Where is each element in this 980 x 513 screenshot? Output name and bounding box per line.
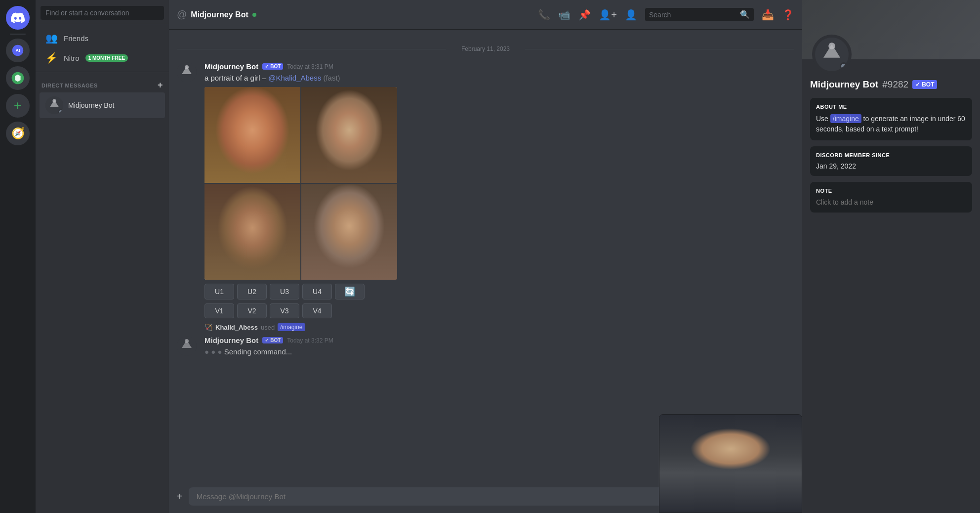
midjourney-bot-avatar [45,96,63,114]
note-input[interactable] [816,198,966,206]
video-content [659,415,802,513]
icon-bar: AI + 🧭 [0,0,36,513]
message-header-2: Midjourney Bot ✓ BOT Today at 3:32 PM [204,336,794,344]
messages-area: February 11, 2023 Midjourney Bot ✓ BOT [169,30,802,479]
note-section: NOTE [810,182,972,213]
date-divider-text: February 11, 2023 [461,45,510,52]
dm-add-button[interactable]: + [158,80,163,90]
message-author-2: Midjourney Bot [204,336,258,344]
search-box[interactable]: Search 🔍 [645,8,754,21]
friends-nav-item[interactable]: 👥 Friends [40,28,165,48]
v2-button[interactable]: V2 [237,303,267,318]
add-server-button[interactable]: + [6,94,30,118]
sidebar: Find or start a conversation 👥 Friends ⚡… [36,0,169,513]
khalid-action: used [261,324,275,331]
profile-bot-badge: ✓ BOT [912,80,937,89]
nitro-nav-item[interactable]: ⚡ Nitro 1 MONTH FREE [40,48,165,68]
dm-status-indicator [58,109,63,114]
message-avatar-1 [177,62,197,82]
u1-button[interactable]: U1 [204,284,234,299]
nitro-icon: ⚡ [45,52,58,64]
inbox-icon[interactable]: 📥 [762,9,774,21]
video-icon[interactable]: 📹 [558,9,571,21]
dm-header-label: DIRECT MESSAGES [41,83,98,88]
portrait-image-1[interactable] [204,87,300,183]
sidebar-nav: 👥 Friends ⚡ Nitro 1 MONTH FREE [36,24,169,72]
u3-button[interactable]: U3 [270,284,299,299]
message-time-1: Today at 3:31 PM [287,63,333,70]
server-icon-ai[interactable]: AI [6,39,30,62]
profile-avatar-large [812,35,852,74]
u2-button[interactable]: U2 [237,284,267,299]
refresh-button[interactable]: 🔄 [335,284,365,299]
discord-logo-button[interactable] [6,6,30,30]
message-mention: @Khalid_Abess [268,74,321,82]
person-silhouette [659,415,802,513]
svg-point-6 [185,65,189,69]
message-group-2: Midjourney Bot ✓ BOT Today at 3:32 PM ● … [177,334,794,361]
message-input-field[interactable] [189,487,739,506]
find-conversation-input[interactable]: Find or start a conversation [41,6,164,20]
portrait-image-3[interactable] [204,184,300,280]
imagine-link: /imagine [830,114,861,123]
about-me-title: ABOUT ME [816,104,966,110]
profile-info: Midjourney Bot #9282 ✓ BOT ABOUT ME Use … [802,59,980,226]
pin-icon[interactable]: 📌 [578,9,591,21]
dm-item-midjourney[interactable]: Midjourney Bot [40,92,165,118]
explore-button[interactable]: 🧭 [6,122,30,145]
message-text-1: a portrait of a girl – @Khalid_Abess (fa… [204,73,794,83]
member-since-date: Jan 29, 2022 [816,162,966,170]
v4-button[interactable]: V4 [302,303,332,318]
dm-header: DIRECT MESSAGES + [36,72,169,92]
bot-badge-1: ✓ BOT [262,63,283,70]
channel-icon: @ [177,9,187,20]
message-author-1: Midjourney Bot [204,62,258,71]
bot-badge-2: ✓ BOT [262,337,283,343]
portrait-face-2 [301,87,397,183]
note-title: NOTE [816,188,966,194]
svg-point-4 [52,99,56,102]
portrait-image-2[interactable] [301,87,397,183]
server-icon-nitro[interactable] [6,66,30,90]
friends-icon: 👥 [45,32,58,44]
bot-checkmark-2: ✓ [265,338,269,343]
bot-checkmark: ✓ [265,64,269,69]
sending-dots: ● ● ● [204,347,222,356]
date-divider: February 11, 2023 [177,45,794,52]
top-bar-actions: 📞 📹 📌 👤+ 👤 Search 🔍 📥 ❓ [538,8,794,21]
help-icon[interactable]: ❓ [782,9,794,21]
add-friend-icon[interactable]: 👤+ [599,9,617,21]
member-since-title: DISCORD MEMBER SINCE [816,152,966,158]
member-since-section: DISCORD MEMBER SINCE Jan 29, 2022 [810,146,972,176]
message-time-2: Today at 3:32 PM [287,337,333,344]
khalid-icon: 🏹 [204,324,212,331]
profile-icon[interactable]: 👤 [625,9,637,21]
khalid-name: Khalid_Abess [215,324,258,331]
action-buttons-row2: V1 V2 V3 V4 [204,303,794,318]
find-conversation-placeholder: Find or start a conversation [45,9,159,17]
image-grid [204,87,397,280]
sending-text: Sending command... [224,347,292,356]
profile-name: Midjourney Bot [810,79,878,90]
portrait-image-4[interactable] [301,184,397,280]
attachment-icon[interactable]: + [177,491,183,502]
profile-tag: #9282 [882,79,908,90]
nitro-badge: 1 MONTH FREE [85,54,128,62]
message-avatar-2 [177,336,197,356]
profile-bot-label: BOT [922,81,934,88]
profile-bot-check: ✓ [915,81,920,88]
about-me-text: Use /imagine to generate an image in und… [816,114,966,134]
svg-point-10 [828,43,835,49]
svg-point-8 [185,339,189,343]
bot-badge-text: BOT [270,64,281,69]
u4-button[interactable]: U4 [302,284,332,299]
icon-divider [10,34,26,35]
search-box-placeholder: Search [649,11,736,19]
phone-icon[interactable]: 📞 [538,9,550,21]
v1-button[interactable]: V1 [204,303,234,318]
v3-button[interactable]: V3 [270,303,299,318]
profile-banner [802,0,980,59]
about-me-section: ABOUT ME Use /imagine to generate an ima… [810,98,972,140]
search-icon: 🔍 [740,10,750,19]
imagine-command-tag: /imagine [278,323,305,331]
